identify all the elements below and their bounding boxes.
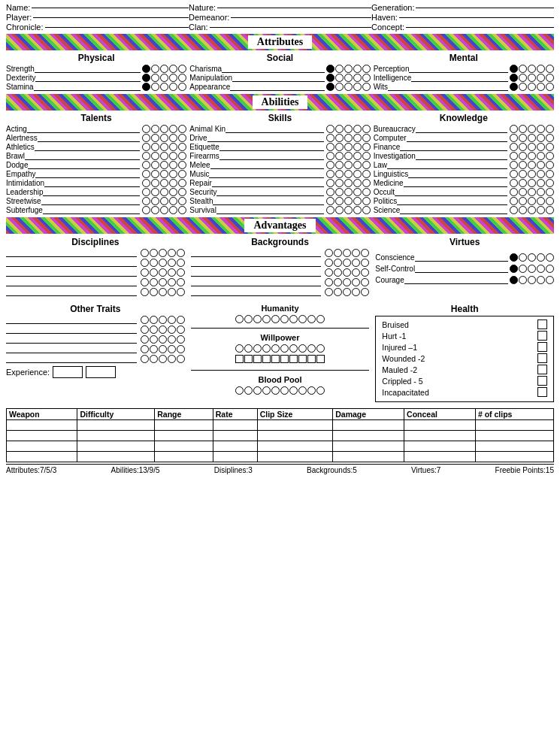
dot[interactable] [344,152,353,160]
dot[interactable] [334,278,342,286]
dot[interactable] [151,125,159,133]
dot[interactable] [362,179,371,187]
dot[interactable] [177,335,185,344]
dot[interactable] [546,74,554,82]
blood-pool-dot[interactable] [271,386,280,395]
dot[interactable] [537,265,545,273]
dot[interactable] [510,143,518,151]
dot[interactable] [343,259,351,267]
dot[interactable] [169,65,177,73]
clipsize-cell[interactable] [257,431,333,441]
dot[interactable] [546,134,554,142]
dot[interactable] [141,345,149,353]
dot[interactable] [528,265,536,273]
weapon-name-cell[interactable] [7,452,77,462]
dot[interactable] [178,179,186,187]
dot[interactable] [168,326,176,334]
dot[interactable] [528,179,536,187]
willpower-square[interactable] [316,355,325,363]
dot[interactable] [362,197,371,205]
humanity-dot[interactable] [271,315,280,323]
dot[interactable] [177,259,185,267]
willpower-square[interactable] [280,355,289,363]
dot[interactable] [326,206,334,214]
dot[interactable] [510,206,518,214]
dot[interactable] [519,83,527,91]
dot[interactable] [546,170,554,178]
blood-pool-dot[interactable] [316,386,325,395]
dot[interactable] [528,161,536,169]
conceal-cell[interactable] [404,441,476,452]
dot[interactable] [169,179,177,187]
dot[interactable] [546,161,554,169]
dot[interactable] [169,125,177,133]
dot[interactable] [519,161,527,169]
dot[interactable] [178,74,186,82]
dot[interactable] [142,206,150,214]
range-cell[interactable] [155,452,213,462]
dot[interactable] [151,179,159,187]
dot[interactable] [510,65,518,73]
dot[interactable] [177,355,185,363]
dot[interactable] [344,197,353,205]
dot[interactable] [344,134,353,142]
haven-input[interactable] [399,17,554,18]
dot[interactable] [353,152,362,160]
dot[interactable] [169,134,177,142]
dot[interactable] [168,335,176,344]
range-cell[interactable] [155,431,213,441]
dot[interactable] [142,161,150,169]
dot[interactable] [362,65,371,73]
dot[interactable] [537,179,545,187]
dot[interactable] [335,152,344,160]
dot[interactable] [353,65,362,73]
mauled-box[interactable] [537,365,547,374]
dot[interactable] [160,170,168,178]
dot[interactable] [151,83,159,91]
dot[interactable] [344,179,353,187]
dot[interactable] [335,143,344,151]
dot[interactable] [168,278,176,286]
willpower-circle[interactable] [271,344,280,353]
dot[interactable] [335,170,344,178]
dot[interactable] [326,134,334,142]
dot[interactable] [160,206,168,214]
dot[interactable] [546,188,554,196]
wounded-box[interactable] [537,353,547,363]
dot[interactable] [177,345,185,353]
dot[interactable] [177,278,185,286]
dot[interactable] [344,65,353,73]
dot[interactable] [150,345,158,353]
dot[interactable] [362,143,371,151]
dot[interactable] [141,355,149,363]
dot[interactable] [141,259,149,267]
dot[interactable] [546,265,554,273]
dot[interactable] [326,65,334,73]
dot[interactable] [335,197,344,205]
dot[interactable] [326,152,334,160]
dot[interactable] [537,134,545,142]
dot[interactable] [326,74,334,82]
dot[interactable] [177,268,185,277]
difficulty-cell[interactable] [77,431,155,441]
dot[interactable] [334,288,342,296]
demeanor-input[interactable] [231,17,371,18]
dot[interactable] [362,188,371,196]
bruised-box[interactable] [537,319,547,329]
dot[interactable] [160,197,168,205]
dot[interactable] [168,268,176,277]
dot[interactable] [537,125,545,133]
dot[interactable] [352,249,360,257]
dot[interactable] [353,197,362,205]
dot[interactable] [546,179,554,187]
dot[interactable] [510,152,518,160]
dot[interactable] [150,268,158,277]
hurt-box[interactable] [537,331,547,341]
range-cell[interactable] [155,441,213,452]
rate-cell[interactable] [213,452,257,462]
dot[interactable] [361,288,369,296]
dot[interactable] [334,259,342,267]
dot[interactable] [537,161,545,169]
dot[interactable] [510,188,518,196]
dot[interactable] [141,316,149,324]
